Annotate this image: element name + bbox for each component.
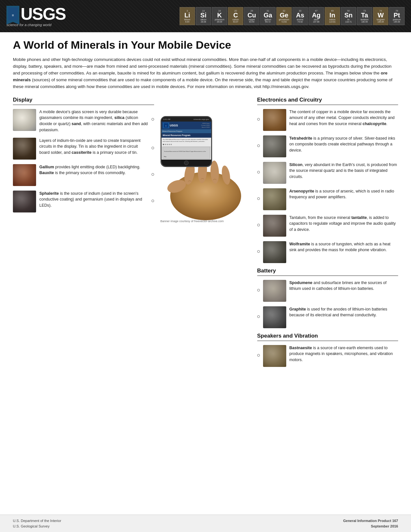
hand-area [161,157,251,223]
battery-heading: Battery [257,268,398,276]
mineral-text-silica: A mobile device's glass screen is very d… [39,109,148,133]
connector-dot-tetrahedrite [257,144,260,147]
intro-link[interactable]: http://minerals.usgs.gov. [262,84,309,89]
image-overlay-sphalerite [13,191,36,212]
element-ag: 47 Ag silver 107.86 [308,7,324,25]
dot5 [171,144,172,145]
mineral-image-spodumene [263,280,286,302]
left-column: Display A mobile device's glass screen i… [13,97,161,371]
mineral-text-cassiterite: Layers of indium-tin-oxide are used to c… [39,138,148,156]
element-c: 20 C carbon 93.07 [228,7,243,25]
display-items: A mobile device's glass screen is very d… [13,109,154,212]
phone-news: Technical Announcement USGS Data Global … [162,147,210,159]
connector-dot-arsenopyrite [257,197,260,200]
mineral-item-spodumene: Spodumene and subsurface brines are the … [257,280,398,302]
image-overlay-cassiterite [13,138,36,160]
phone-home-area [161,160,211,166]
mineral-text-arsenopyrite: Arsenopyrite is a source of arsenic, whi… [289,188,398,201]
mineral-item-cassiterite: Layers of indium-tin-oxide are used to c… [13,138,154,160]
intro-paragraph: Mobile phones and other high-technology … [13,56,398,90]
mineral-image-sphalerite [13,191,36,212]
phone-header-bar: ≡ USGS USGS Home Contact USGS Search USG… [161,122,211,129]
mineral-image-graphite [263,306,286,328]
image-overlay-graphite [263,306,286,328]
svg-point-4 [170,172,241,220]
mineral-image-silicon [263,162,286,184]
dot1 [163,144,164,145]
right-column: Electronics and Circuitry The content of… [251,97,398,371]
phone-screen: ≡ USGS USGS Home Contact USGS Search USG… [161,122,211,166]
mineral-item-tetrahedrite: Tetrahedrite is a primary source of silv… [257,135,398,157]
speakers-items: Bastnaesite is a source of rare-earth el… [257,345,398,367]
phone-nav-item1: USGS Home [202,123,210,124]
element-li: 3 Li lithium 6.94 [180,7,195,25]
usgs-text: USGS [21,5,65,22]
connector-dot-cassiterite [152,147,154,149]
periodic-strip: 3 Li lithium 6.94 14 Si silicon 28.08 19… [180,7,405,25]
mineral-text-tantalite: Tantalum, from the source mineral tantal… [289,215,398,233]
element-si: 14 Si silicon 28.08 [196,7,211,25]
element-pt: 78 Pt platinum 195.08 [389,7,405,25]
mineral-image-cassiterite [13,138,36,160]
connector-dot-wolframite [257,250,260,253]
connector-dot-spodumene [257,289,260,291]
battery-items: Spodumene and subsurface brines are the … [257,280,398,328]
mineral-text-tetrahedrite: Tetrahedrite is a primary source of silv… [289,135,398,153]
element-as: 33 As arsenic 74.92 [292,7,308,25]
phone-usgs-flag: ≡ [163,123,169,128]
image-overlay-tantalite [263,215,286,237]
connector-dot-bastnaesite [257,354,260,357]
mineral-image-silica [13,109,36,131]
page-header: ≡ USGS science for a changing world 3 Li… [0,0,411,32]
svg-text:≡: ≡ [165,125,166,127]
mineral-image-arsenopyrite [263,188,286,210]
mineral-item-silica: A mobile device's glass screen is very d… [13,109,154,133]
connector-dot-silicon [257,171,260,173]
mineral-text-silicon: Silicon, very abundant in the Earth's cr… [289,162,398,180]
connector-dot-sphalerite [152,200,154,202]
element-in: 49 In indium 114.81 [325,7,340,25]
page-footer: U.S. Department of the Interior U.S. Geo… [0,515,411,532]
usgs-flag: ≡ [6,6,19,22]
dot2 [165,144,166,145]
phone-body: The USGS Mineral Resources Program provi… [161,138,211,146]
image-overlay-silica [13,109,36,131]
page-title: A World of Minerals in Your Mobile Devic… [13,39,398,51]
intro-text-content: Mobile phones and other high-technology … [13,57,392,89]
footer-left: U.S. Department of the Interior U.S. Geo… [13,518,61,529]
mineral-text-spodumene: Spodumene and subsurface brines are the … [289,280,398,292]
mineral-item-sphalerite: Sphalerite is the source of indium (used… [13,191,154,212]
main-content: A World of Minerals in Your Mobile Devic… [0,32,411,378]
phone-nav-item2: Contact USGS [201,124,210,126]
mineral-image-tetrahedrite [263,135,286,157]
mineral-item-wolframite: Wolframite is a source of tungsten, whic… [257,241,398,263]
phone-banner-title: Mineral Resources Program [163,134,191,137]
mineral-text-chalcopyrite: The content of copper in a mobile device… [289,109,398,127]
connector-dot-chalcopyrite [257,118,260,121]
usgs-logo: ≡ USGS science for a changing world [6,5,65,27]
connector-dot-bauxite [152,173,154,176]
phone-area: 9:41 AM minerals.usgs.gov ≡ USGS [161,116,251,223]
phone-section-title: Mineral Resources Program [162,130,182,132]
mineral-item-arsenopyrite: Arsenopyrite is a source of arsenic, whi… [257,188,398,210]
phone-banner: Mineral Resources Program [161,133,211,138]
mineral-text-graphite: Graphite is used for the anodes of lithi… [289,306,398,319]
phone-mockup: 9:41 AM minerals.usgs.gov ≡ USGS [161,116,212,167]
display-heading: Display [13,97,154,105]
mineral-item-bastnaesite: Bastnaesite is a source of rare-earth el… [257,345,398,367]
phone-url: minerals.usgs.gov [193,118,209,120]
connector-dot-tantalite [257,224,260,226]
image-overlay-bauxite [13,164,36,186]
footer-right: General Information Product 167 Septembe… [343,518,398,529]
phone-time: 9:41 AM [163,118,171,120]
mineral-item-bauxite: Gallium provides light emitting diode (L… [13,164,154,186]
dot4 [169,144,170,145]
home-button[interactable] [184,161,189,165]
mineral-text-bastnaesite: Bastnaesite is a source of rare-earth el… [289,345,398,363]
image-overlay-bastnaesite [263,345,286,367]
image-overlay-chalcopyrite [263,109,286,131]
element-ge: 32 Ge germanium 72.63 [276,7,292,25]
mineral-text-bauxite: Gallium provides light emitting diode (L… [39,164,148,176]
electronics-heading: Electronics and Circuitry [257,97,398,105]
connector-dot-silica [152,118,154,121]
